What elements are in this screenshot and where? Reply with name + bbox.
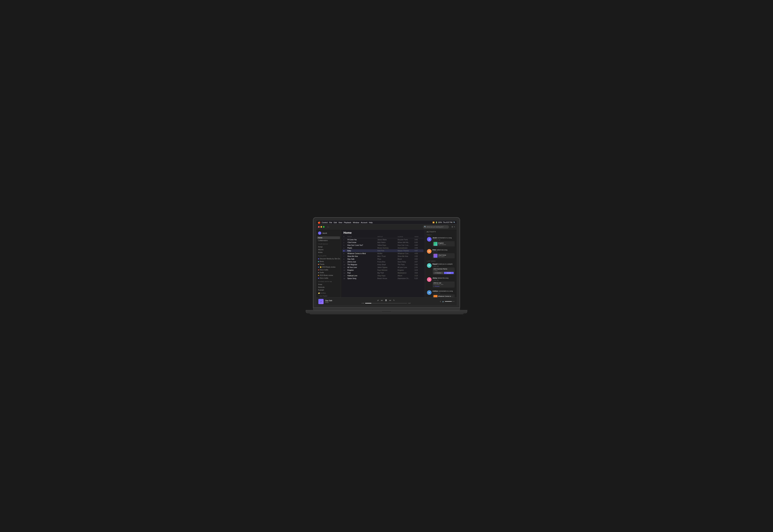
toolbar-right: ⊞ ≡	[452, 226, 455, 228]
track-row-playing[interactable]: ▶ Baby Ariel Pink Mature Themes 4:47 2 d…	[342, 249, 423, 252]
menu-file[interactable]: File	[329, 222, 332, 223]
menu-playback[interactable]: Playback	[344, 222, 351, 223]
forward-arrow[interactable]: ›	[328, 226, 329, 228]
sidebar-item-songs[interactable]: Songs	[316, 245, 341, 248]
queue-icon[interactable]: ≡	[440, 300, 441, 303]
menu-edit[interactable]: Edit	[334, 222, 337, 223]
close-button[interactable]	[318, 226, 320, 228]
search-placeholder: What are you looking for?	[427, 226, 444, 228]
restore-button[interactable]: ↩ Restore	[433, 286, 454, 287]
sidebar-item-collaborators[interactable]: Collaborators	[316, 239, 341, 242]
track-row[interactable]: 6 Whatever Comes to Mind MoMor Whatever …	[342, 252, 423, 255]
playlist-invite-title: 2020 Summer Remix	[433, 268, 454, 270]
song-preview[interactable]: Kingston Faye Webster	[432, 241, 455, 246]
track-row[interactable]: 11 All Your Love Jakob Ogawa All your Lo…	[342, 266, 423, 269]
menu-bar: 🍎 Control File Edit View Playback Window…	[316, 221, 457, 224]
sidebar-item-home[interactable]: Home	[317, 236, 340, 239]
col-artist: ARTIST	[377, 236, 397, 238]
track-row[interactable]: 12 Kingston Faye Webster Kingston 3:23 2…	[342, 269, 423, 272]
invite-buttons: ✕ Decline Accept	[433, 272, 454, 274]
playlist-item-disco[interactable]: Disco mafia	[316, 268, 341, 271]
grid-icon[interactable]: ⊞	[452, 226, 453, 228]
track-num: 8	[343, 258, 347, 260]
activity-time: 2 days ago	[432, 279, 455, 281]
track-duration: 3:09	[415, 247, 424, 249]
back-arrow[interactable]: ‹	[327, 226, 328, 228]
sidebar-item-xmas[interactable]: Xmas	[316, 283, 341, 286]
track-row[interactable]: 14 Habitual Love Okay Kaya Album 3:19 2 …	[342, 274, 423, 277]
track-album: Seum Baby	[398, 261, 414, 263]
menu-control[interactable]: Control	[322, 222, 328, 223]
volume-control: 🔈	[442, 301, 455, 302]
track-duration: 5:00	[415, 242, 424, 243]
track-num: 15	[343, 278, 347, 279]
col-mins: MINS	[415, 236, 424, 238]
sidebar-item-rudolph[interactable]: Rudolph	[316, 289, 341, 291]
new-playlist-button[interactable]: + New Playlist	[316, 295, 341, 297]
playlists-label: PLAYLISTS	[316, 254, 341, 257]
playlist-item-2019beats[interactable]: ⭐ 2019 Beats review	[316, 266, 341, 268]
playlist-item-drafts[interactable]: Drafts	[316, 271, 341, 274]
track-title: (She's) Just	[347, 261, 377, 263]
playlist-item-bento[interactable]: Bento	[316, 260, 341, 263]
volume-track[interactable]	[445, 301, 455, 302]
minimize-button[interactable]	[321, 226, 322, 228]
next-button[interactable]: ⏭	[389, 299, 391, 302]
playlist-item-2019beats2[interactable]: 2019 Beats review	[316, 274, 341, 277]
volume-fill	[445, 301, 452, 302]
col-title: TITLE	[347, 236, 377, 238]
playlist-item-panda[interactable]: Panda	[316, 263, 341, 266]
track-album: Album	[398, 275, 414, 277]
prev-button[interactable]: ⏮	[381, 299, 383, 302]
track-duration: 3:07	[415, 261, 424, 263]
menu-help[interactable]: Help	[369, 222, 373, 223]
sidebar-item-archive[interactable]: 📁 Archive	[316, 292, 341, 295]
track-row[interactable]: 7 Show Me How Men I Trust Show Me How 3:…	[342, 255, 423, 258]
playlist-item-discover[interactable]: Discover Weekly by Slim Do...	[316, 257, 341, 260]
accept-button[interactable]: Accept	[444, 272, 454, 274]
playlist-label: 2019 Beats review	[320, 274, 333, 276]
search-icon[interactable]: 🔍	[453, 222, 455, 223]
menu-account[interactable]: Account	[361, 222, 367, 223]
activity-avatar: P	[427, 249, 431, 254]
track-title: Plastic	[347, 247, 377, 249]
track-row[interactable]: 9 (She's) Just Puma Blue Seum Baby 3:07 …	[342, 260, 423, 263]
track-artist: Andy Shauf	[377, 264, 397, 266]
song-preview[interactable]: Whatever Comes to Mind MoMor	[432, 294, 455, 297]
user-avatar: J	[318, 231, 321, 235]
track-row[interactable]: 1 I'll Come Yes James Blake Assume Form …	[342, 238, 423, 241]
track-row[interactable]: 10 The Magician Andy Shauf The Party 3:4…	[342, 263, 423, 266]
list-icon[interactable]: ≡	[454, 226, 455, 228]
song-preview[interactable]: I Don't know Nick Hakim	[432, 253, 455, 258]
track-num: 2	[343, 242, 347, 243]
song-artist: Nick Hakim	[438, 256, 454, 257]
track-artist: Ariel Pink	[377, 250, 397, 252]
volume-icon[interactable]: 🔈	[442, 301, 444, 302]
shuffle-button[interactable]: ⇄	[377, 299, 379, 302]
progress-bar[interactable]: 0:39 4:45	[362, 302, 410, 304]
track-row[interactable]: 15 Space Song Beach House Depression Ch.…	[342, 277, 423, 280]
sidebar-item-nintendo[interactable]: Nintendo	[316, 286, 341, 289]
track-row[interactable]: 3 How Can I Love You? Yellow Days How Ca…	[342, 244, 423, 247]
apple-menu[interactable]: 🍎	[318, 221, 321, 224]
sidebar-item-albums[interactable]: Albums	[316, 248, 341, 251]
search-bar[interactable]: 🔍 What are you looking for?	[423, 225, 449, 229]
play-pause-button[interactable]: ⏸	[385, 299, 387, 302]
activity-item: J Jacob commented on a song a few sec ag…	[426, 236, 455, 247]
progress-track[interactable]	[365, 303, 407, 303]
track-row[interactable]: 2 I Don't know Nick Hakim Where Will We.…	[342, 241, 423, 244]
track-row[interactable]: 13 Paul Big Thief Masterpiece 3:04 2 day…	[342, 272, 423, 274]
track-row[interactable]: 4 Plastic Moses Sumney Aromanticism 3:09…	[342, 247, 423, 249]
sidebar-item-artists[interactable]: Artists	[316, 251, 341, 254]
activity-text: Jimmy deleted the song	[432, 277, 455, 279]
total-time: 4:45	[408, 302, 411, 304]
laptop-hinge	[313, 308, 460, 310]
maximize-button[interactable]	[323, 226, 325, 228]
menu-view[interactable]: View	[338, 222, 342, 223]
track-row[interactable]: 8 Stay Safe Rhye Blood 4:52 ALB 2 days a…	[342, 258, 423, 260]
menu-window[interactable]: Window	[353, 222, 359, 223]
repeat-button[interactable]: ↻	[393, 299, 395, 302]
lastweek-label: Last Week	[426, 260, 455, 262]
playlist-item-discomafia2[interactable]: Disco mafia	[316, 277, 341, 280]
decline-button[interactable]: ✕ Decline	[433, 272, 443, 274]
